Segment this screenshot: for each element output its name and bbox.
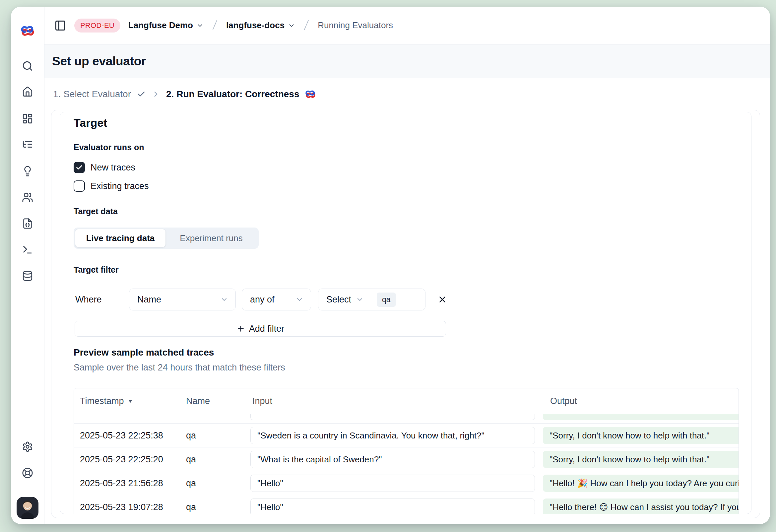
project-name: langfuse-docs [226, 20, 284, 30]
output-cell: "Hello! 🎉 How can I help you today? Are … [543, 475, 739, 492]
filter-value-tag[interactable]: qa [377, 293, 396, 307]
column-header-output[interactable]: Output [550, 388, 577, 414]
checkbox-checked-icon[interactable] [73, 162, 85, 173]
environment-badge[interactable]: PROD-EU [74, 19, 121, 32]
target-heading: Target [73, 117, 107, 129]
evaluation-lightbulb-icon[interactable] [20, 164, 35, 179]
step-1-select-evaluator[interactable]: 1. Select Evaluator [53, 89, 131, 100]
timestamp-cell: 2025-05-23 22:25:38 [80, 430, 163, 440]
checkbox-existing-traces[interactable]: Existing traces [73, 179, 149, 193]
filter-builder-row: Where Name any of Select [73, 289, 538, 311]
name-cell: qa [186, 430, 196, 440]
column-header-timestamp[interactable]: Timestamp [80, 388, 133, 414]
tracing-tree-icon[interactable] [20, 137, 35, 152]
output-cell: "Hello there! 😊 How can I assist you tod… [543, 499, 739, 514]
output-cell: "Sorry, I don't know how to help with th… [543, 451, 739, 468]
preview-traces-table: Timestamp Name Input Output [73, 388, 739, 514]
input-cell [250, 414, 535, 420]
chevron-down-icon [196, 22, 204, 29]
divider [370, 293, 370, 306]
column-label: Name [186, 396, 210, 406]
preview-subheading: Sample over the last 24 hours that match… [73, 363, 285, 373]
dashboards-icon[interactable] [20, 111, 35, 126]
filter-column-select[interactable]: Name [129, 289, 236, 311]
output-cell: "Sorry, I don't know how to help with th… [543, 427, 739, 444]
org-selector[interactable]: Langfuse Demo [128, 20, 204, 30]
table-row-partial[interactable] [74, 414, 739, 423]
page-title: Set up evaluator [52, 54, 146, 68]
output-text: "Hello there! 😊 How can I assist you tod… [550, 502, 739, 512]
app-window: PROD-EU Langfuse Demo langfuse-docs Runn… [11, 7, 770, 524]
langfuse-logo-icon[interactable] [20, 23, 35, 38]
input-cell: "What is the capital of Sweden?" [250, 451, 535, 468]
settings-gear-icon[interactable] [20, 439, 35, 455]
column-label: Timestamp [80, 396, 124, 406]
table-row[interactable]: 2025-05-23 22:25:38 qa "Sweden is a coun… [74, 423, 739, 447]
input-text: "What is the capital of Sweden?" [257, 455, 382, 465]
name-cell: qa [186, 478, 196, 488]
top-navbar: PROD-EU Langfuse Demo langfuse-docs Runn… [44, 7, 770, 44]
panel-left-toggle-icon[interactable] [54, 20, 66, 31]
search-icon[interactable] [20, 58, 35, 73]
chevron-down-icon [356, 296, 364, 304]
input-text: "Hello" [257, 478, 283, 489]
timestamp-cell: 2025-05-23 21:56:28 [80, 478, 163, 488]
table-header-row: Timestamp Name Input Output [74, 388, 739, 414]
table-row[interactable]: 2025-05-23 19:07:28 qa "Hello" "Hello th… [74, 495, 739, 514]
output-text: "Sorry, I don't know how to help with th… [550, 455, 710, 465]
breadcrumb-slash-icon [212, 19, 218, 32]
home-icon[interactable] [20, 84, 35, 100]
input-cell: "Hello" [250, 499, 535, 514]
checkbox-unchecked-icon[interactable] [73, 180, 85, 192]
file-code-icon[interactable] [20, 216, 35, 231]
add-filter-label: Add filter [249, 324, 284, 334]
check-icon [137, 90, 146, 99]
timestamp-cell: 2025-05-23 19:07:28 [80, 502, 163, 512]
input-text: "Hello" [257, 502, 283, 512]
terminal-icon[interactable] [20, 242, 35, 257]
chevron-down-icon [220, 296, 228, 304]
org-name: Langfuse Demo [128, 20, 193, 30]
users-icon[interactable] [20, 190, 35, 205]
column-label: Output [550, 396, 577, 406]
column-header-name[interactable]: Name [186, 388, 210, 414]
checkbox-new-traces-label: New traces [90, 163, 135, 173]
table-row[interactable]: 2025-05-23 22:25:20 qa "What is the capi… [74, 447, 739, 471]
column-header-input[interactable]: Input [252, 388, 272, 414]
output-text: "Sorry, I don't know how to help with th… [550, 430, 710, 441]
segment-live-tracing[interactable]: Live tracing data [75, 229, 166, 247]
step-card: Target Evaluator runs on New traces Exis… [51, 110, 760, 518]
input-text: "Sweden is a country in Scandinavia. You… [257, 430, 484, 441]
runs-on-label: Evaluator runs on [73, 143, 144, 152]
timestamp-cell: 2025-05-23 22:25:20 [80, 454, 163, 464]
x-close-icon [437, 295, 447, 305]
breadcrumb-page: Running Evaluators [318, 20, 393, 30]
name-cell: qa [186, 502, 196, 512]
wizard-steps: 1. Select Evaluator 2. Run Evaluator: Co… [44, 78, 770, 110]
chevron-down-icon [288, 22, 295, 29]
chevron-right-icon [152, 90, 160, 99]
filter-value-select[interactable]: Select qa [318, 289, 425, 311]
preview-heading: Preview sample matched traces [73, 347, 214, 358]
target-form-card: Target Evaluator runs on New traces Exis… [60, 112, 752, 514]
table-row[interactable]: 2025-05-23 21:56:28 qa "Hello" "Hello! 🎉… [74, 471, 739, 495]
checkbox-new-traces[interactable]: New traces [73, 161, 135, 174]
filter-operator-value: any of [250, 295, 274, 305]
database-icon[interactable] [20, 268, 35, 284]
chevron-down-icon [296, 296, 304, 304]
support-lifebuoy-icon[interactable] [20, 465, 35, 481]
plus-icon [236, 324, 245, 333]
segment-experiment-runs[interactable]: Experiment runs [166, 233, 257, 243]
add-filter-button[interactable]: Add filter [74, 321, 446, 337]
input-cell: "Hello" [250, 475, 535, 492]
step-2-run-evaluator[interactable]: 2. Run Evaluator: Correctness [166, 89, 299, 100]
input-cell: "Sweden is a country in Scandinavia. You… [250, 427, 535, 444]
breadcrumb-slash-icon [303, 19, 310, 32]
filter-value-placeholder: Select [326, 295, 351, 305]
remove-filter-button[interactable] [436, 294, 448, 306]
project-selector[interactable]: langfuse-docs [226, 20, 295, 30]
user-avatar[interactable] [17, 497, 38, 519]
filter-column-value: Name [137, 295, 161, 305]
filter-where-label: Where [75, 289, 102, 311]
filter-operator-select[interactable]: any of [242, 289, 311, 311]
